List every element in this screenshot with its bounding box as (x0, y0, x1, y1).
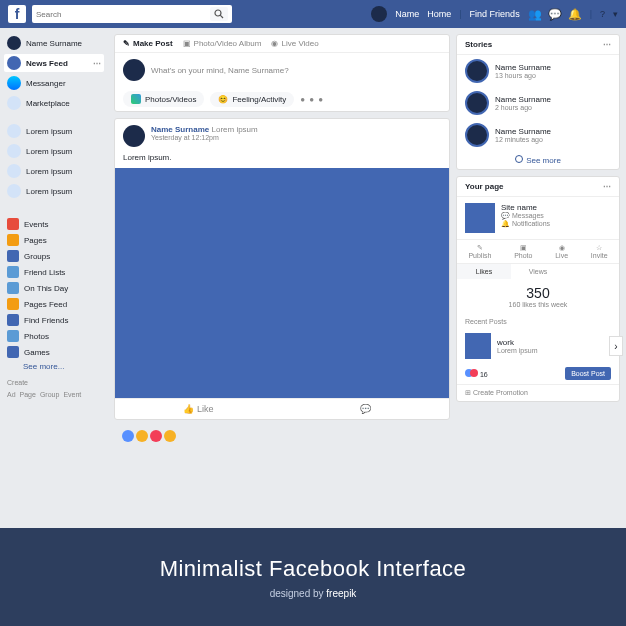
page-notifications-link[interactable]: 🔔 Notifications (501, 220, 550, 228)
post-reach: 16 (465, 369, 488, 378)
search-box[interactable] (32, 5, 232, 23)
search-input[interactable] (36, 10, 210, 19)
sidebar-photos[interactable]: Photos (4, 328, 104, 344)
sidebar-groups[interactable]: Groups (4, 248, 104, 264)
sidebar-shortcut[interactable]: Lorem ipsum (4, 142, 104, 160)
your-page-card: Your page⋯ Site name 💬 Messages 🔔 Notifi… (456, 176, 620, 402)
post-timestamp: Yesterday at 12:12pm (151, 134, 258, 141)
sidebar: Name Surname News Feed⋯ Messanger Market… (0, 28, 108, 528)
more-icon[interactable]: ⋯ (603, 40, 611, 49)
sidebar-find-friends[interactable]: Find Friends (4, 312, 104, 328)
recent-post-item[interactable]: workLorem ipsum › (457, 329, 619, 363)
sidebar-shortcut[interactable]: Lorem ipsum (4, 122, 104, 140)
sidebar-shortcut[interactable]: Lorem ipsum (4, 182, 104, 200)
search-button[interactable] (210, 7, 228, 21)
story-item[interactable]: Name Surname12 minutes ago (457, 119, 619, 151)
sidebar-friend-lists[interactable]: Friend Lists (4, 264, 104, 280)
page-stat-sub: 160 likes this week (463, 301, 613, 308)
post: Name Surname Lorem ipsum Yesterday at 12… (114, 118, 450, 420)
photo-icon: ▣ (183, 39, 191, 48)
emoji-icon: 😊 (218, 95, 228, 104)
sidebar-shortcut[interactable]: Lorem ipsum (4, 162, 104, 180)
sidebar-events[interactable]: Events (4, 216, 104, 232)
footer: Minimalist Facebook Interface designed b… (0, 528, 626, 626)
tab-likes[interactable]: Likes (457, 264, 511, 279)
sidebar-messenger[interactable]: Messanger (4, 74, 104, 92)
like-button[interactable]: 👍 Like (115, 399, 282, 419)
facebook-logo[interactable]: f (8, 5, 26, 23)
tab-live-video[interactable]: ◉Live Video (271, 39, 318, 48)
messages-icon[interactable]: 💬 (548, 8, 562, 21)
avatar[interactable] (123, 125, 145, 147)
svg-line-1 (220, 15, 223, 18)
your-page-title: Your page (465, 182, 504, 191)
sidebar-create-label: Create (4, 379, 104, 386)
comment-button[interactable]: 💬 (282, 399, 449, 419)
recent-posts-label: Recent Posts (457, 314, 619, 329)
reaction-like-icon[interactable] (122, 430, 134, 442)
pencil-icon: ✎ (123, 39, 130, 48)
help-icon[interactable]: ? (600, 9, 605, 19)
sidebar-marketplace[interactable]: Marketplace (4, 94, 104, 112)
reaction-love-icon[interactable] (150, 430, 162, 442)
sidebar-pages[interactable]: Pages (4, 232, 104, 248)
friend-requests-icon[interactable]: 👥 (528, 8, 542, 21)
find-friends-link[interactable]: Find Friends (470, 9, 520, 19)
footer-brand: freepik (326, 588, 356, 599)
tab-empty[interactable] (565, 264, 619, 279)
page-name[interactable]: Site name (501, 203, 550, 212)
page-messages-link[interactable]: 💬 Messages (501, 212, 550, 220)
tab-views[interactable]: Views (511, 264, 565, 279)
footer-title: Minimalist Facebook Interface (160, 556, 467, 582)
boost-post-button[interactable]: Boost Post (565, 367, 611, 380)
page-invite-button[interactable]: ☆Invite (591, 244, 608, 259)
story-item[interactable]: Name Surname2 hours ago (457, 87, 619, 119)
tab-photo-album[interactable]: ▣Photo/Video Album (183, 39, 262, 48)
stories-card: Stories⋯ Name Surname13 hours ago Name S… (456, 34, 620, 170)
tab-make-post[interactable]: ✎Make Post (123, 39, 173, 48)
avatar (123, 59, 145, 81)
sidebar-on-this-day[interactable]: On This Day (4, 280, 104, 296)
sidebar-pages-feed[interactable]: Pages Feed (4, 296, 104, 312)
reactions-bar (114, 426, 450, 446)
notifications-icon[interactable]: 🔔 (568, 8, 582, 21)
page-stat: 350 (463, 285, 613, 301)
reaction-haha-icon[interactable] (136, 430, 148, 442)
stories-see-more[interactable]: See more (457, 151, 619, 169)
composer-more[interactable]: ● ● ● (300, 95, 324, 104)
composer-feeling[interactable]: 😊Feeling/Activity (210, 92, 294, 107)
topbar: f Name Home | Find Friends 👥 💬 🔔 | ? ▾ (0, 0, 626, 28)
avatar[interactable] (371, 6, 387, 22)
create-promotion-link[interactable]: ⊞ Create Promotion (457, 384, 619, 401)
composer-prompt[interactable]: What's on your mind, Name Surname? (151, 66, 289, 75)
sidebar-profile[interactable]: Name Surname (4, 34, 104, 52)
page-publish-button[interactable]: ✎Publish (468, 244, 491, 259)
sidebar-see-more[interactable]: See more... (4, 360, 104, 373)
composer-photos-videos[interactable]: Photos/Videos (123, 91, 204, 107)
chevron-right-icon[interactable]: › (609, 336, 623, 356)
sidebar-create-links[interactable]: AdPageGroupEvent (4, 391, 104, 398)
reaction-wow-icon[interactable] (164, 430, 176, 442)
svg-point-0 (215, 10, 221, 16)
more-icon[interactable]: ⋯ (603, 182, 611, 191)
stories-title: Stories (465, 40, 492, 49)
post-image[interactable] (115, 168, 449, 398)
sidebar-games[interactable]: Games (4, 344, 104, 360)
camera-icon: ◉ (271, 39, 278, 48)
profile-link[interactable]: Name (395, 9, 419, 19)
post-author[interactable]: Name Surname (151, 125, 209, 134)
page-live-button[interactable]: ◉Live (555, 244, 568, 259)
page-photo-button[interactable]: ▣Photo (514, 244, 532, 259)
page-thumbnail[interactable] (465, 203, 495, 233)
composer: ✎Make Post ▣Photo/Video Album ◉Live Vide… (114, 34, 450, 112)
post-body: Lorem ipsum. (115, 153, 449, 168)
settings-dropdown-icon[interactable]: ▾ (613, 9, 618, 19)
home-link[interactable]: Home (427, 9, 451, 19)
sidebar-news-feed[interactable]: News Feed⋯ (4, 54, 104, 72)
story-item[interactable]: Name Surname13 hours ago (457, 55, 619, 87)
